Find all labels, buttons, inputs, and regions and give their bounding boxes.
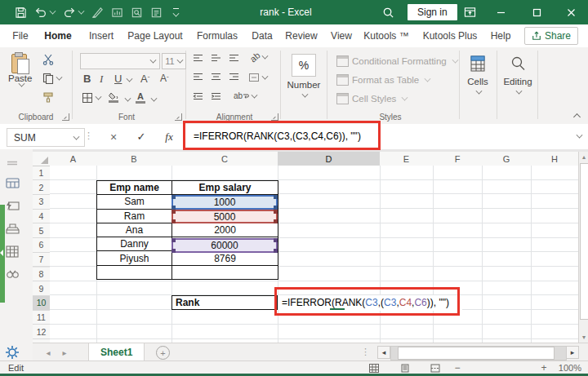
column-header-F[interactable]: F: [433, 152, 483, 166]
cell-D10-formula-edit[interactable]: =IFERROR(RANK(C3,(C3,C4,C6)), ""): [278, 295, 462, 311]
cells-button[interactable]: Cells: [462, 54, 493, 94]
search-icon[interactable]: [376, 0, 400, 24]
insert-function-button[interactable]: fx: [160, 128, 178, 145]
cell-B8[interactable]: [97, 266, 172, 280]
maximize-button[interactable]: [524, 0, 549, 24]
cell-B7[interactable]: Piyush: [97, 251, 172, 265]
workbook-pane-icon[interactable]: [6, 177, 20, 192]
decrease-font-button[interactable]: Aˇ: [160, 73, 169, 84]
tab-review[interactable]: Review: [283, 24, 318, 47]
align-middle-icon[interactable]: [211, 54, 221, 63]
page-layout-view-icon[interactable]: [399, 362, 412, 374]
cancel-button[interactable]: ×: [105, 128, 122, 145]
row-header-12[interactable]: 12: [33, 325, 51, 339]
cell-C5[interactable]: 2000: [172, 223, 278, 237]
increase-font-button[interactable]: Aˆ: [140, 73, 149, 85]
select-all-button[interactable]: [33, 152, 51, 166]
font-color-dropdown-icon[interactable]: [151, 95, 158, 102]
merge-dropdown-icon[interactable]: [262, 73, 269, 80]
tab-help[interactable]: Help: [489, 24, 513, 47]
bold-button[interactable]: B: [83, 73, 91, 85]
expand-formula-bar-icon[interactable]: [577, 132, 583, 139]
conditional-formatting-button[interactable]: Conditional Formatting: [336, 55, 458, 67]
redo-dropdown-icon[interactable]: [78, 8, 85, 15]
orientation-dropdown-icon[interactable]: [262, 53, 269, 60]
row-header-5[interactable]: 5: [33, 223, 51, 238]
font-dialog-launcher[interactable]: [175, 113, 182, 121]
increase-indent-icon[interactable]: [211, 92, 221, 101]
underline-dropdown-icon[interactable]: [127, 76, 133, 82]
cut-icon[interactable]: [42, 54, 54, 65]
row-header-11[interactable]: 11: [33, 311, 51, 325]
save-icon[interactable]: [15, 7, 27, 19]
horizontal-scrollbar[interactable]: [390, 346, 567, 361]
formula-bar-input[interactable]: =IFERROR(RANK(C3,(C3,C4,C6)), ""): [194, 130, 361, 142]
fill-color-icon[interactable]: [108, 92, 118, 103]
borders-icon[interactable]: [82, 92, 101, 104]
undo-button[interactable]: [34, 7, 56, 18]
share-button[interactable]: Share: [524, 27, 578, 45]
copy-icon[interactable]: [42, 73, 62, 84]
fill-color-dropdown-icon[interactable]: [125, 95, 131, 102]
column-header-B[interactable]: B: [96, 152, 172, 166]
tab-home[interactable]: Home: [42, 24, 73, 50]
vertical-scroll-thumb[interactable]: [580, 163, 588, 320]
clipboard-dialog-launcher[interactable]: [62, 113, 69, 121]
tab-file[interactable]: File: [11, 24, 29, 47]
align-right-icon[interactable]: [229, 73, 239, 82]
tab-page-layout[interactable]: Page Layout: [126, 24, 184, 47]
format-as-table-button[interactable]: Format as Table: [336, 74, 430, 86]
cell-C7[interactable]: 8769: [172, 251, 278, 265]
row-header-3[interactable]: 3: [33, 195, 51, 210]
align-left-icon[interactable]: [193, 73, 203, 82]
tab-scroll-split-handle[interactable]: ⋮: [361, 347, 370, 357]
column-header-A[interactable]: A: [50, 152, 97, 166]
sign-in-button[interactable]: Sign in: [408, 4, 457, 20]
italic-button[interactable]: I: [100, 73, 103, 86]
scroll-up-icon[interactable]: ▴: [579, 152, 588, 162]
row-header-2[interactable]: 2: [33, 180, 51, 195]
align-top-icon[interactable]: [193, 54, 203, 63]
alignment-dialog-launcher[interactable]: [271, 113, 278, 121]
print-preview-icon[interactable]: [131, 7, 143, 19]
tab-formulas[interactable]: Formulas: [195, 24, 239, 47]
row-header-4[interactable]: 4: [33, 210, 51, 224]
cell-C10-rank[interactable]: Rank: [172, 295, 278, 310]
align-center-icon[interactable]: [211, 73, 221, 82]
form-view-icon[interactable]: [150, 7, 163, 19]
enter-button[interactable]: ✓: [132, 128, 150, 145]
row-header-10[interactable]: 10: [33, 296, 51, 311]
copy-dropdown-icon[interactable]: [56, 74, 63, 81]
pane-collapse-bar[interactable]: [0, 205, 5, 303]
printer-pane-icon[interactable]: [6, 223, 20, 237]
row-header-9[interactable]: 9: [33, 281, 51, 296]
next-sheet-icon[interactable]: ▸: [57, 343, 72, 361]
column-header-E[interactable]: E: [380, 152, 434, 166]
cell-B6[interactable]: Danny: [97, 237, 172, 251]
scroll-down-icon[interactable]: ▾: [579, 332, 588, 343]
pane-handle-icon[interactable]: [7, 154, 17, 169]
zoom-in-button[interactable]: +: [537, 362, 550, 374]
column-header-G[interactable]: G: [482, 152, 532, 166]
row-header-6[interactable]: 6: [33, 238, 51, 253]
prev-sheet-icon[interactable]: ◂: [41, 343, 56, 361]
row-header-7[interactable]: 7: [33, 253, 51, 268]
row-header-8[interactable]: 8: [33, 268, 51, 282]
row-header-1[interactable]: 1: [33, 166, 51, 181]
paste-button[interactable]: Paste: [8, 52, 32, 86]
normal-view-icon[interactable]: [368, 362, 381, 374]
horizontal-scroll-thumb[interactable]: [398, 347, 555, 360]
borders-dropdown-icon[interactable]: [96, 94, 102, 100]
undo-dropdown-icon[interactable]: [50, 8, 56, 15]
column-list-pane-icon[interactable]: [6, 246, 19, 261]
tab-kutools[interactable]: Kutools ™: [362, 24, 410, 47]
new-sheet-button[interactable]: +: [156, 346, 170, 360]
align-bottom-icon[interactable]: [229, 54, 239, 63]
column-header-H[interactable]: H: [531, 152, 579, 166]
number-format-button[interactable]: % Number: [284, 54, 323, 97]
font-size-combobox[interactable]: 11: [162, 53, 186, 69]
close-button[interactable]: [559, 0, 583, 24]
customize-qat-icon[interactable]: [173, 8, 179, 16]
sheet-tab-sheet1[interactable]: Sheet1: [88, 343, 145, 362]
tab-view[interactable]: View: [329, 24, 354, 47]
